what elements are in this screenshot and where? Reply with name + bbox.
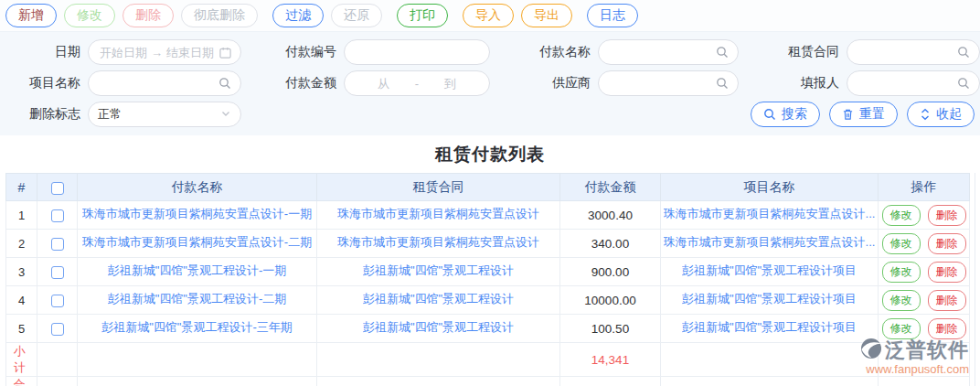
edit-button[interactable]: 修改 [882, 205, 921, 226]
lease-contract-link[interactable]: 珠海市城市更新项目紫桐苑安置点设计 [337, 206, 539, 222]
total-amount: 14340.90 [560, 377, 661, 386]
col-lease-contract: 租赁合同 [317, 174, 560, 201]
table-row: 5 彭祖新城"四馆"景观工程设计-三年期 彭祖新城"四馆"景观工程设计 100.… [6, 315, 970, 343]
search-button-label: 搜索 [782, 106, 807, 123]
add-button[interactable]: 新增 [5, 4, 57, 27]
payment-amount-value: 340.00 [560, 230, 661, 258]
payment-amount-value: 900.00 [560, 258, 661, 286]
project-name-input[interactable] [98, 77, 215, 91]
purge-button[interactable]: 彻底删除 [181, 4, 258, 27]
row-checkbox[interactable] [51, 323, 64, 336]
import-button[interactable]: 导入 [463, 4, 514, 27]
date-start-input[interactable] [98, 46, 149, 59]
collapse-button[interactable]: 收起 [907, 102, 975, 127]
collapse-button-label: 收起 [936, 106, 962, 123]
table-row: 3 彭祖新城"四馆"景观工程设计-一期 彭祖新城"四馆"景观工程设计 900.0… [6, 258, 970, 286]
subtotal-row: 小计 14,341 [6, 343, 970, 377]
search-icon [957, 46, 970, 59]
payment-name-label: 付款名称 [530, 44, 591, 60]
row-index: 4 [6, 286, 37, 315]
delete-button[interactable]: 删除 [928, 233, 966, 254]
delete-flag-select[interactable]: 正常 [88, 102, 241, 127]
delete-button[interactable]: 删除 [928, 205, 966, 226]
delete-button[interactable]: 删除 [928, 318, 966, 339]
edit-button[interactable]: 修改 [882, 318, 921, 339]
edit-button[interactable]: 修改 [882, 233, 921, 254]
project-name-link[interactable]: 珠海市城市更新项目紫桐苑安置点设计... [664, 234, 876, 251]
amount-from-input[interactable] [354, 77, 413, 91]
reset-button[interactable]: 重置 [829, 102, 898, 127]
page-title: 租赁付款列表 [0, 135, 980, 173]
row-index: 1 [6, 201, 37, 230]
toolbar: 新增 修改 删除 彻底删除 过滤 还原 打印 导入 导出 日志 [0, 0, 980, 31]
amount-range-input[interactable]: - [344, 70, 490, 96]
filter-panel: 日期 → 付款编号 付款名称 [0, 31, 980, 135]
table-row: 4 彭祖新城"四馆"景观工程设计-二期 彭祖新城"四馆"景观工程设计 10000… [6, 286, 970, 315]
amount-to-input[interactable] [421, 77, 480, 91]
delete-button-toolbar[interactable]: 删除 [122, 4, 174, 27]
search-button[interactable]: 搜索 [751, 102, 820, 127]
print-button[interactable]: 打印 [397, 4, 448, 27]
lease-contract-link[interactable]: 彭祖新城"四馆"景观工程设计 [363, 319, 514, 336]
payment-table: # 付款名称 租赁合同 付款金额 项目名称 操作 1 珠海市城市更新项目紫桐苑安… [5, 173, 970, 386]
export-button[interactable]: 导出 [521, 4, 572, 27]
row-index: 5 [6, 315, 37, 343]
table-row: 2 珠海市城市更新项目紫桐苑安置点设计-二期 珠海市城市更新项目紫桐苑安置点设计… [6, 230, 970, 258]
project-name-label: 项目名称 [5, 75, 80, 91]
col-checkbox [37, 174, 78, 201]
project-name-link[interactable]: 彭祖新城"四馆"景观工程设计项目 [682, 263, 857, 279]
payment-amount-value: 3000.40 [560, 201, 661, 230]
lease-contract-link[interactable]: 彭祖新城"四馆"景观工程设计 [363, 291, 514, 307]
project-name-link[interactable]: 彭祖新城"四馆"景观工程设计项目 [682, 319, 857, 336]
delete-button[interactable]: 删除 [928, 290, 966, 311]
row-checkbox[interactable] [51, 266, 64, 279]
edit-button[interactable]: 修改 [882, 290, 921, 311]
supplier-input[interactable] [608, 77, 712, 91]
select-all-checkbox[interactable] [51, 182, 64, 195]
log-button[interactable]: 日志 [587, 4, 638, 27]
lease-contract-link[interactable]: 彭祖新城"四馆"景观工程设计 [363, 263, 514, 279]
payment-name-link[interactable]: 彭祖新城"四馆"景观工程设计-三年期 [101, 319, 293, 336]
col-index: # [6, 174, 37, 201]
lease-contract-link[interactable]: 珠海市城市更新项目紫桐苑安置点设计 [337, 234, 539, 251]
lease-contract-label: 租赁合同 [779, 44, 839, 60]
date-end-input[interactable] [165, 46, 216, 59]
search-icon [957, 77, 970, 90]
calendar-icon [219, 47, 231, 59]
row-index: 3 [6, 258, 37, 286]
delete-flag-label: 删除标志 [5, 106, 80, 123]
payment-no-input[interactable] [354, 46, 480, 59]
search-icon [218, 77, 231, 90]
col-actions: 操作 [879, 174, 970, 201]
filter-button[interactable]: 过滤 [272, 4, 324, 27]
chevron-down-icon [220, 106, 231, 123]
reporter-input[interactable] [857, 77, 953, 91]
modify-button[interactable]: 修改 [64, 4, 115, 27]
payment-name-link[interactable]: 珠海市城市更新项目紫桐苑安置点设计-一期 [82, 206, 312, 222]
project-name-link[interactable]: 珠海市城市更新项目紫桐苑安置点设计... [664, 206, 876, 222]
restore-button[interactable]: 还原 [331, 4, 382, 27]
supplier-label: 供应商 [530, 75, 591, 91]
trash-icon [842, 108, 854, 121]
collapse-icon [920, 108, 931, 121]
delete-button[interactable]: 删除 [928, 262, 966, 283]
payment-name-link[interactable]: 彭祖新城"四馆"景观工程设计-一期 [108, 263, 287, 279]
row-index: 2 [6, 230, 37, 258]
row-checkbox[interactable] [51, 238, 64, 251]
payment-amount-label: 付款金额 [276, 75, 336, 91]
edit-button[interactable]: 修改 [882, 262, 921, 283]
scrollbar-gutter [975, 173, 980, 386]
payment-name-link[interactable]: 珠海市城市更新项目紫桐苑安置点设计-二期 [82, 234, 312, 251]
project-name-link[interactable]: 彭祖新城"四馆"景观工程设计项目 [682, 291, 857, 307]
amount-separator: - [413, 77, 421, 91]
subtotal-label: 小计 [6, 343, 37, 377]
lease-contract-input[interactable] [857, 46, 953, 59]
row-checkbox[interactable] [51, 295, 64, 307]
date-range-input[interactable]: → [88, 39, 241, 65]
payment-name-link[interactable]: 彭祖新城"四馆"景观工程设计-二期 [108, 291, 287, 307]
table-row: 1 珠海市城市更新项目紫桐苑安置点设计-一期 珠海市城市更新项目紫桐苑安置点设计… [6, 201, 970, 230]
payment-name-input[interactable] [608, 46, 712, 59]
row-checkbox[interactable] [51, 209, 64, 222]
subtotal-amount: 14,341 [560, 343, 661, 377]
reporter-label: 填报人 [779, 75, 839, 91]
